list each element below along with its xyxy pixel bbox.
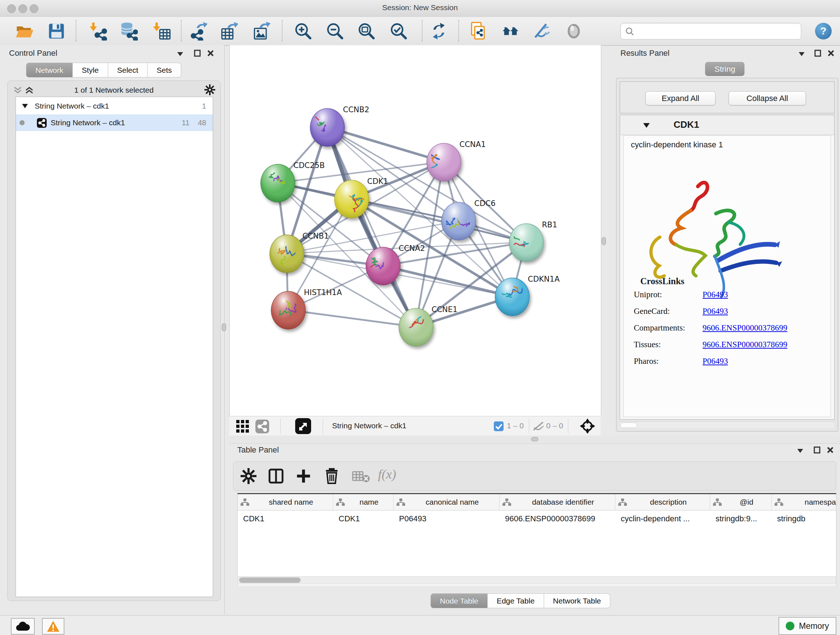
tab-string[interactable]: String (705, 62, 745, 76)
table-hscrollbar-thumb[interactable] (239, 578, 301, 583)
node-CDC25B[interactable] (261, 164, 295, 203)
zoom-fit-icon[interactable] (357, 22, 376, 41)
results-scrollbar[interactable] (620, 421, 834, 428)
collapse-all-button[interactable]: Collapse All (729, 91, 806, 105)
search-input[interactable] (638, 25, 799, 38)
network-options-gear-icon[interactable] (204, 84, 215, 95)
table-panel-close-icon[interactable] (827, 447, 834, 454)
node-CDC6[interactable] (441, 202, 476, 241)
show-columns-icon[interactable] (268, 468, 284, 484)
column-header-canonical-name[interactable]: canonical name (393, 494, 500, 510)
left-splitter-handle[interactable] (222, 323, 226, 331)
import-network-database-icon[interactable] (119, 22, 138, 41)
tab-network[interactable]: Network (26, 63, 73, 78)
node-CCNA1[interactable] (426, 143, 461, 181)
table-cell[interactable]: stringdb:9... (710, 510, 772, 527)
gene-header-row[interactable]: CDK1 (620, 115, 834, 135)
import-network-file-icon[interactable] (88, 22, 107, 41)
memory-button[interactable]: Memory (778, 617, 836, 635)
table-cell[interactable]: cyclin-dependent ... (615, 510, 710, 527)
copy-icon[interactable] (469, 22, 487, 41)
edge-CCNB2-CCNA1[interactable] (327, 127, 444, 162)
show-details-icon[interactable] (564, 22, 583, 41)
export-network-icon[interactable] (189, 22, 208, 41)
network-overview-icon[interactable] (256, 420, 269, 433)
results-scrollbar-thumb[interactable] (621, 423, 637, 428)
column-header-label: name (345, 498, 393, 507)
table-cell[interactable]: CDK1 (333, 510, 393, 527)
expand-all-button[interactable]: Expand All (645, 91, 715, 105)
hidden-elements-icon[interactable] (532, 421, 544, 431)
tree-expander-icon[interactable] (22, 103, 28, 109)
tab-edge-table[interactable]: Edge Table (488, 593, 544, 608)
control-panel-maximize-icon[interactable] (194, 50, 201, 57)
results-panel-float-icon[interactable] (798, 51, 805, 57)
control-panel-float-icon[interactable] (177, 51, 184, 57)
node-CCNB2[interactable] (310, 108, 345, 147)
zoom-out-icon[interactable] (325, 22, 344, 41)
table-cell[interactable]: 9606.ENSP00000378699 (500, 510, 615, 527)
cloud-button[interactable] (11, 618, 35, 635)
column-header-@id[interactable]: @id (710, 494, 772, 510)
table-panel-float-icon[interactable] (797, 448, 804, 453)
zoom-selected-icon[interactable] (389, 22, 408, 41)
horizontal-splitter-handle[interactable] (531, 437, 538, 441)
node-CCNE1[interactable] (399, 308, 433, 347)
table-options-gear-icon[interactable] (240, 468, 256, 484)
tab-sets[interactable]: Sets (148, 63, 181, 78)
crosslink-link[interactable]: 9606.ENSP00000378699 (703, 340, 788, 349)
node-CDKN1A[interactable] (495, 278, 530, 316)
column-header-description[interactable]: description (615, 494, 710, 510)
export-table-icon[interactable] (220, 22, 239, 41)
tab-select[interactable]: Select (108, 63, 148, 78)
tab-node-table[interactable]: Node Table (431, 593, 488, 608)
zoom-in-icon[interactable] (294, 22, 313, 41)
crosslink-link[interactable]: P06493 (703, 290, 728, 299)
column-header-namespace[interactable]: namespace (772, 494, 836, 510)
column-header-shared-name[interactable]: shared name (238, 494, 333, 510)
column-header-database-identifier[interactable]: database identifier (500, 494, 615, 510)
refresh-icon[interactable] (429, 22, 448, 41)
table-hscrollbar[interactable] (237, 576, 836, 584)
results-panel-maximize-icon[interactable] (814, 50, 821, 57)
add-column-icon[interactable] (295, 468, 311, 484)
warning-button[interactable] (42, 618, 65, 635)
node-RB1[interactable] (509, 223, 544, 262)
network-row-selected[interactable]: String Network – cdk1 11 48 (16, 114, 213, 131)
show-all-levels-icon[interactable] (501, 22, 520, 41)
selected-nodes-checkbox-icon[interactable] (494, 421, 504, 431)
help-icon[interactable]: ? (815, 23, 832, 40)
import-table-file-icon[interactable] (152, 22, 171, 41)
detach-view-icon[interactable] (295, 418, 311, 434)
control-panel-close-icon[interactable] (207, 50, 214, 57)
crosslink-link[interactable]: P06493 (703, 356, 728, 366)
node-HIST1H1A[interactable] (271, 291, 306, 329)
gene-collapse-icon[interactable] (643, 122, 651, 128)
network-collection-row[interactable]: String Network – cdk1 1 (16, 98, 213, 114)
node-CCNA2[interactable] (366, 247, 401, 285)
export-image-icon[interactable] (253, 22, 271, 41)
table-cell[interactable]: P06493 (393, 510, 500, 527)
edge-HIST1H1A-CCNE1[interactable] (288, 310, 416, 327)
table-row[interactable]: CDK1CDK1P064939606.ENSP00000378699cyclin… (238, 510, 836, 527)
save-session-icon[interactable] (47, 22, 66, 41)
table-cell[interactable]: CDK1 (238, 510, 333, 527)
crosslink-link[interactable]: P06493 (703, 307, 728, 316)
edge-CCNB2-CCNE1[interactable] (327, 127, 416, 327)
table-panel-maximize-icon[interactable] (813, 447, 821, 454)
fit-center-crosshair-icon[interactable] (579, 418, 595, 434)
results-panel-close-icon[interactable] (827, 50, 835, 57)
toolbar-separator (458, 20, 459, 42)
open-session-icon[interactable] (15, 22, 34, 41)
column-header-name[interactable]: name (333, 494, 393, 510)
hide-details-icon[interactable] (533, 22, 552, 41)
delete-column-icon[interactable] (324, 467, 340, 484)
crosslink-link[interactable]: 9606.ENSP00000378699 (703, 323, 788, 333)
node-CDK1[interactable] (334, 180, 369, 218)
network-canvas[interactable]: CCNB2CCNA1CDC25BCDK1CDC6RB1CCNB1CCNA2CDK… (229, 45, 601, 416)
grid-view-icon[interactable] (236, 420, 249, 433)
tab-network-table[interactable]: Network Table (544, 593, 611, 608)
tab-style[interactable]: Style (73, 63, 108, 78)
table-cell[interactable]: stringdb (772, 510, 836, 527)
node-CCNB1[interactable] (270, 234, 304, 273)
